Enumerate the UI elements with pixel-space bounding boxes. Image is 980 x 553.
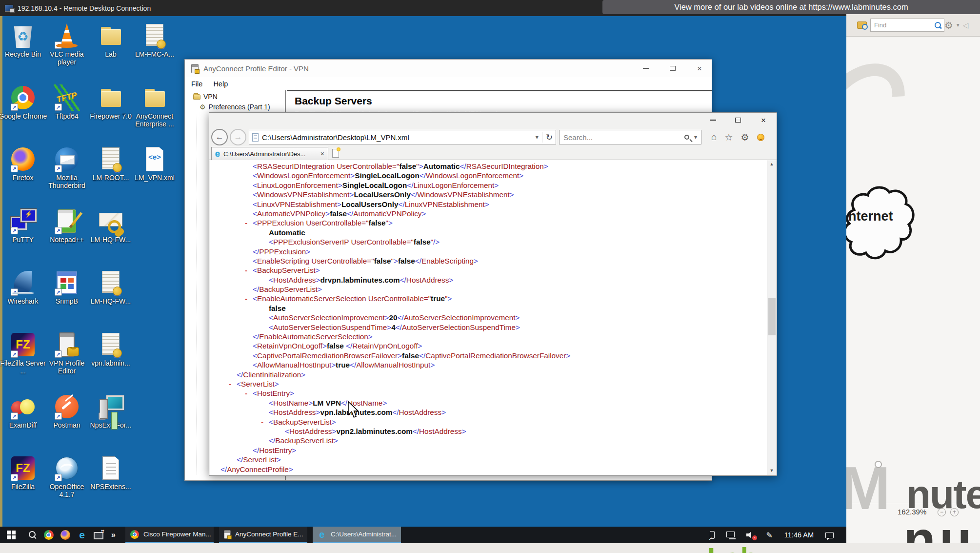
desktop-icon-lm-fmc-a[interactable]: LM-FMC-A...: [129, 22, 180, 58]
tools-gear-icon[interactable]: ⚙: [741, 132, 749, 143]
mouse-cursor: [347, 401, 360, 419]
clock[interactable]: 11:46 AM: [784, 531, 814, 539]
search-dropdown-icon[interactable]: ▾: [694, 134, 697, 141]
scrollbar-thumb[interactable]: [768, 298, 776, 335]
xml-collapse-toggle[interactable]: -: [245, 218, 247, 227]
taskbar-overflow-chevron[interactable]: »: [111, 531, 116, 539]
pen-icon[interactable]: ✎: [766, 531, 772, 540]
backup-servers-heading: Backup Servers: [295, 95, 712, 107]
taskbar-chrome-icon[interactable]: [44, 530, 54, 540]
xml-collapse-toggle[interactable]: -: [245, 294, 247, 303]
action-center-icon[interactable]: [825, 532, 834, 538]
ie-close-button[interactable]: ×: [758, 115, 769, 125]
refresh-icon[interactable]: ↻: [542, 132, 553, 143]
desktop-icon-lm-hq-fw[interactable]: LM-HQ-FW...: [85, 208, 136, 244]
new-tab-button[interactable]: [332, 149, 339, 158]
ie-maximize-button[interactable]: [733, 115, 743, 125]
desktop-icon-lm-vpn-xml[interactable]: LM_VPN.xml: [129, 146, 180, 182]
find-collapse-icon[interactable]: ◁: [962, 21, 968, 30]
taskbar-button-c-users-administrat[interactable]: eC:\Users\Administrat...: [313, 527, 401, 543]
desktop-icon-firepower-7-0[interactable]: Firepower 7.0: [85, 84, 136, 120]
desktop-icon-anyconnect-enterprise[interactable]: AnyConnect Enterprise ...: [129, 84, 180, 128]
find-options-dropdown-icon[interactable]: ▾: [957, 22, 960, 28]
ie-minimize-button[interactable]: [707, 115, 718, 125]
folder-icon: [98, 84, 124, 111]
taskbar-search-icon[interactable]: [28, 531, 37, 539]
anyconnect-window-title: AnyConnect Profile Editor - VPN: [203, 64, 309, 73]
nps-icon: ↗: [98, 393, 124, 420]
anyconnect-maximize-button[interactable]: [667, 63, 678, 73]
xml-line: <AutoServerSelectionSuspendTime>4</AutoS…: [210, 323, 767, 332]
desktop-icon-tftpd64[interactable]: ↗Tftpd64: [41, 84, 92, 120]
desktop-icon-lab[interactable]: Lab: [85, 22, 136, 58]
favorites-star-icon[interactable]: ☆: [724, 132, 733, 143]
menu-file[interactable]: File: [191, 80, 202, 88]
desktop-icon-postman[interactable]: ↗Postman: [41, 393, 92, 429]
filezilla-icon: ↗: [10, 331, 36, 358]
find-options-gear-icon[interactable]: ⚙: [944, 20, 953, 31]
xml-collapse-toggle[interactable]: -: [245, 266, 247, 275]
desktop-icon-notepad[interactable]: ↗Notepad++: [41, 208, 92, 244]
url-text[interactable]: C:\Users\Administrator\Desktop\LM_VPN.xm…: [262, 133, 532, 142]
taskbar-rdp-icon[interactable]: [94, 532, 103, 539]
home-icon[interactable]: ⌂: [711, 132, 717, 143]
tree-item-vpn[interactable]: VPN: [193, 93, 218, 101]
vertical-scrollbar[interactable]: ▲ ▼: [767, 160, 776, 475]
folder-icon: [141, 84, 168, 111]
start-button[interactable]: [7, 531, 20, 539]
internet-cloud: [840, 176, 918, 273]
ie-titlebar[interactable]: ×: [209, 113, 777, 127]
tab-lm-vpn-xml[interactable]: e C:\Users\Administrator\Des... ×: [211, 147, 328, 160]
feedback-smiley-icon[interactable]: [757, 134, 764, 141]
xml-collapse-toggle[interactable]: -: [229, 379, 231, 389]
menu-help[interactable]: Help: [213, 80, 228, 88]
anyconnect-minimize-button[interactable]: [640, 63, 651, 73]
taskbar-button-cisco-firepower-man[interactable]: Cisco Firepower Man...: [125, 527, 214, 543]
search-placeholder: Search...: [563, 133, 684, 142]
usb-device-icon[interactable]: [710, 531, 715, 539]
taskbar-button-anyconnect-profile-e[interactable]: AnyConnect Profile E...: [219, 527, 307, 543]
anyconnect-close-button[interactable]: ×: [694, 63, 705, 73]
firefox-icon: ↗: [10, 146, 36, 172]
promo-banner: View more of our lab videos online at ht…: [602, 0, 980, 14]
url-field[interactable]: C:\Users\Administrator\Desktop\LM_VPN.xm…: [249, 130, 556, 144]
desktop-icon-label: Tftpd64: [41, 112, 92, 120]
taskbar-firefox-icon[interactable]: [60, 530, 70, 540]
tab-close-icon[interactable]: ×: [320, 150, 324, 158]
search-field[interactable]: Search... ▾: [559, 130, 701, 144]
desktop-icon-mozilla-thunderbird[interactable]: ↗Mozilla Thunderbird: [41, 146, 92, 189]
desktop-icon-npsextnfor[interactable]: ↗NpsExtnFor...: [85, 393, 136, 429]
xml-line: <CaptivePortalRemediationBrowserFailover…: [210, 351, 767, 360]
xml-collapse-toggle[interactable]: -: [261, 417, 263, 427]
back-button[interactable]: ←: [211, 129, 228, 145]
desktop-icon-vpn-profile-editor[interactable]: ↗VPN Profile Editor: [41, 331, 92, 375]
forward-button[interactable]: →: [230, 129, 246, 145]
url-dropdown-icon[interactable]: ▾: [536, 134, 539, 141]
desktop-icon-label: VPN Profile Editor: [41, 359, 92, 375]
taskbar-edge-icon[interactable]: e: [77, 530, 87, 540]
remote-desktop[interactable]: Recycle Bin↗VLC media playerLabLM-FMC-A.…: [0, 16, 846, 527]
shortcut-arrow-icon: ↗: [55, 412, 62, 420]
shortcut-arrow-icon: ↗: [55, 474, 62, 481]
anyconnect-titlebar[interactable]: AnyConnect Profile Editor - VPN: [185, 60, 712, 77]
search-icon[interactable]: [684, 135, 689, 140]
tree-item-preferences-part1[interactable]: ⚙ Preferences (Part 1): [200, 103, 270, 111]
network-icon[interactable]: [726, 532, 735, 537]
desktop-icon-npsextens[interactable]: NPSExtens...: [85, 455, 136, 491]
find-input[interactable]: [870, 19, 944, 32]
folder-icon: [98, 22, 124, 49]
xml-line: <AllowManualHostInput>true</AllowManualH…: [210, 360, 767, 369]
desktop-icon-openoffice-4-1-7[interactable]: ↗OpenOffice 4.1.7: [41, 455, 92, 498]
xml-line: -<BackupServerList>: [210, 417, 767, 427]
desktop-icon-lm-root[interactable]: LM-ROOT...: [85, 146, 136, 182]
xml-collapse-toggle[interactable]: -: [245, 389, 247, 398]
desktop-icon-vpn-labmin[interactable]: vpn.labmin...: [85, 331, 136, 367]
ie-content-area: <RSASecurIDIntegration UserControllable=…: [210, 160, 767, 475]
desktop-icon-vlc-media-player[interactable]: ↗VLC media player: [41, 22, 92, 66]
scroll-up-icon[interactable]: ▲: [767, 160, 776, 168]
tftp-icon: ↗: [54, 84, 80, 111]
desktop-icon-snmpb[interactable]: ↗SnmpB: [41, 269, 92, 305]
volume-muted-icon[interactable]: ×: [746, 532, 754, 538]
desktop-icon-lm-hq-fw[interactable]: LM-HQ-FW...: [85, 269, 136, 305]
scroll-down-icon[interactable]: ▼: [767, 467, 776, 475]
